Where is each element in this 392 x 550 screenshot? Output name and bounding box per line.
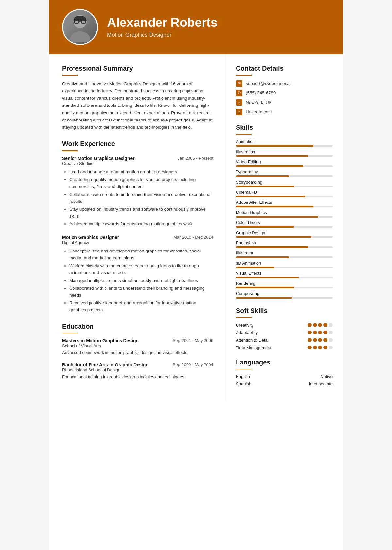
edu-title: Education bbox=[62, 323, 213, 330]
candidate-title: Motion Graphics Designer bbox=[107, 32, 218, 38]
avatar-image bbox=[63, 9, 97, 45]
skill-bar-fill bbox=[236, 196, 305, 197]
candidate-name: Alexander Roberts bbox=[107, 16, 218, 30]
job-dates: Mar 2010 - Dec 2014 bbox=[173, 235, 213, 240]
job-block: Motion Graphics Designer Mar 2010 - Dec … bbox=[62, 235, 213, 314]
contact-text: (555) 345-6789 bbox=[246, 90, 276, 95]
soft-skills-divider bbox=[236, 317, 252, 318]
education-section: Education Masters in Motion Graphics Des… bbox=[62, 323, 213, 380]
jobs-container: Senior Motion Graphics Designer Jan 2005… bbox=[62, 156, 213, 314]
dot-filled bbox=[323, 331, 327, 334]
skill-name: Typography bbox=[236, 170, 333, 174]
skill-bar-bg bbox=[236, 246, 333, 248]
dot-filled bbox=[313, 346, 317, 349]
skill-bar-bg bbox=[236, 236, 333, 238]
dot-filled bbox=[313, 338, 317, 342]
job-header: Senior Motion Graphics Designer Jan 2005… bbox=[62, 156, 213, 161]
job-title: Motion Graphics Designer bbox=[62, 235, 119, 240]
skill-bar-bg bbox=[236, 206, 333, 207]
header-text: Alexander Roberts Motion Graphics Design… bbox=[107, 16, 218, 38]
edu-block: Masters in Motion Graphics Design Sep 20… bbox=[62, 338, 213, 356]
skill-item: Compositing bbox=[236, 291, 333, 299]
soft-skill-name: Attention to Detail bbox=[236, 338, 270, 343]
list-item: Received positive feedback and recogniti… bbox=[69, 299, 213, 314]
dot-filled bbox=[308, 331, 312, 334]
soft-skill-name: Adaptability bbox=[236, 330, 258, 335]
skill-item: Typography bbox=[236, 170, 333, 177]
soft-skills-title: Soft Skills bbox=[236, 307, 333, 315]
job-header: Motion Graphics Designer Mar 2010 - Dec … bbox=[62, 235, 213, 240]
soft-skill-item: Attention to Detail bbox=[236, 338, 333, 343]
svg-point-1 bbox=[70, 31, 90, 42]
skill-bar-bg bbox=[236, 165, 333, 167]
soft-skill-item: Creativity bbox=[236, 323, 333, 328]
skills-divider bbox=[236, 134, 252, 135]
list-item: Conceptualized and developed motion grap… bbox=[69, 248, 213, 262]
skill-item: Cinema 4D bbox=[236, 190, 333, 197]
skill-item: Illustration bbox=[236, 149, 333, 157]
skill-bar-bg bbox=[236, 277, 333, 278]
list-item: Achieved multiple awards for outstanding… bbox=[69, 220, 213, 228]
dot-filled bbox=[318, 346, 322, 349]
summary-section: Professional Summary Creative and innova… bbox=[62, 65, 213, 131]
soft-skill-name: Time Management bbox=[236, 345, 271, 350]
edu-school: School of Visual Arts bbox=[62, 343, 213, 348]
dot-filled bbox=[323, 346, 327, 349]
skill-bar-bg bbox=[236, 155, 333, 157]
dot-filled bbox=[308, 346, 312, 349]
list-item: Managed multiple projects simultaneously… bbox=[69, 277, 213, 284]
skill-bar-bg bbox=[236, 175, 333, 177]
dot-filled bbox=[313, 331, 317, 334]
skill-item: Photoshop bbox=[236, 240, 333, 248]
edu-header: Masters in Motion Graphics Design Sep 20… bbox=[62, 338, 213, 343]
dot-filled bbox=[313, 323, 317, 327]
main-column: Professional Summary Creative and innova… bbox=[49, 54, 225, 400]
soft-skill-item: Adaptability bbox=[236, 330, 333, 335]
skill-item: Graphic Design bbox=[236, 230, 333, 238]
skill-bar-bg bbox=[236, 256, 333, 258]
soft-skill-name: Creativity bbox=[236, 323, 253, 328]
job-company: Digital Agency bbox=[62, 240, 213, 245]
contact-item: ✉ support@cvdesigner.ai bbox=[236, 80, 333, 87]
job-block: Senior Motion Graphics Designer Jan 2005… bbox=[62, 156, 213, 228]
contact-item: ⌂ NewYork, US bbox=[236, 99, 333, 106]
dot-empty bbox=[329, 338, 333, 342]
dot-filled bbox=[308, 338, 312, 342]
skill-bar-fill bbox=[236, 226, 294, 228]
lang-level: Intermediate bbox=[309, 381, 333, 386]
skill-name: Video Editing bbox=[236, 159, 333, 164]
dot-empty bbox=[329, 331, 333, 334]
contact-icon: in bbox=[236, 109, 242, 115]
skill-bar-bg bbox=[236, 267, 333, 268]
dots bbox=[308, 331, 333, 334]
skill-bar-fill bbox=[236, 287, 294, 288]
skill-name: Motion Graphics bbox=[236, 210, 333, 215]
lang-name: Spanish bbox=[236, 381, 251, 386]
skill-bar-fill bbox=[236, 186, 294, 187]
summary-title: Professional Summary bbox=[62, 65, 213, 72]
work-title: Work Experience bbox=[62, 140, 213, 148]
contact-icon: ✉ bbox=[236, 80, 242, 87]
list-item: Worked closely with the creative team to… bbox=[69, 262, 213, 276]
edu-desc: Advanced coursework in motion graphics d… bbox=[62, 349, 213, 356]
avatar bbox=[62, 9, 98, 45]
skill-bar-fill bbox=[236, 175, 289, 177]
edu-header: Bachelor of Fine Arts in Graphic Design … bbox=[62, 362, 213, 367]
dot-filled bbox=[318, 331, 322, 334]
skill-bar-bg bbox=[236, 216, 333, 218]
job-bullets: Lead and manage a team of motion graphic… bbox=[62, 169, 213, 228]
lang-item: English Native bbox=[236, 374, 333, 379]
contact-text: NewYork, US bbox=[246, 100, 272, 105]
resume: Alexander Roberts Motion Graphics Design… bbox=[49, 0, 343, 550]
contact-item: in LinkedIn.com bbox=[236, 109, 333, 115]
body-layout: Professional Summary Creative and innova… bbox=[49, 54, 343, 400]
list-item: Collaborate with clients to understand t… bbox=[69, 191, 213, 205]
edu-desc: Foundational training in graphic design … bbox=[62, 374, 213, 380]
skill-name: Cinema 4D bbox=[236, 190, 333, 195]
dot-filled bbox=[318, 338, 322, 342]
soft-skills-section: Soft Skills Creativity Adaptability Atte… bbox=[236, 307, 333, 350]
skill-name: Illustration bbox=[236, 149, 333, 154]
contact-icon: ✆ bbox=[236, 90, 242, 96]
dot-filled bbox=[318, 323, 322, 327]
job-company: Creative Studios bbox=[62, 161, 213, 166]
